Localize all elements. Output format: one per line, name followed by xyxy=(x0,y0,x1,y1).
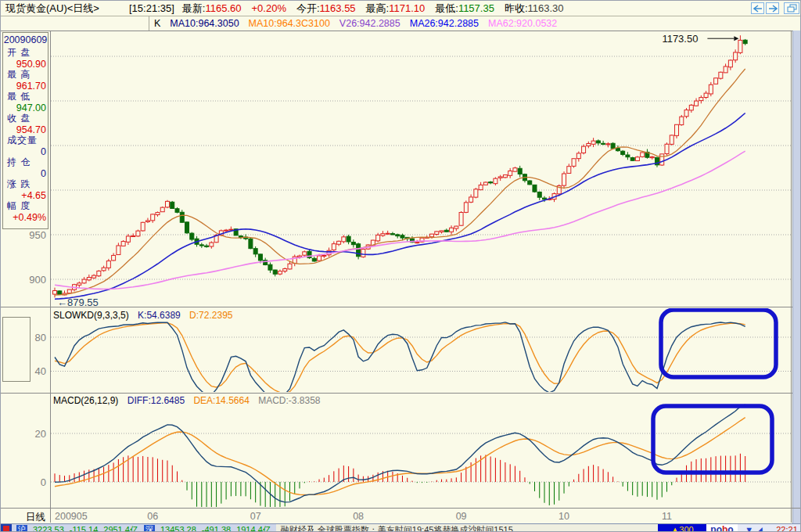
arrow-right-icon xyxy=(768,5,778,13)
status-app-icon[interactable] xyxy=(1,524,12,532)
ma62-line xyxy=(55,151,745,289)
info-row-low: 最 低947.00 xyxy=(3,90,48,112)
quote-time: [15:21:35] xyxy=(129,2,174,14)
indicator-ma62-value: MA62:920.0532 xyxy=(488,18,557,29)
red-square-icon xyxy=(3,526,9,532)
quote-high: 最高:1171.10 xyxy=(366,2,426,16)
forward-button[interactable] xyxy=(766,2,779,14)
sz-change: -491.38 xyxy=(202,524,231,532)
x-axis-tick: 09 xyxy=(456,511,467,522)
sh-change: -115.14 xyxy=(70,524,99,532)
instrument-title: 现货黄金(AU)<日线> xyxy=(5,2,129,16)
sz-volume: 1914.4亿 xyxy=(236,524,271,532)
ma10-line xyxy=(55,69,745,295)
back-button[interactable] xyxy=(751,2,764,14)
quote-change-pct: +0.20% xyxy=(251,2,286,14)
news-ticker[interactable]: 融财经及 全球股票指数：美东时间19:45将替换成沙时间1515 xyxy=(276,524,658,532)
highlight-box xyxy=(661,310,776,377)
high-annotation: 1173.50 xyxy=(662,33,698,45)
slowkd-k-value: K:54.6389 xyxy=(138,310,181,321)
slowkd-chart[interactable] xyxy=(51,308,791,392)
k-line xyxy=(55,322,745,392)
price-axis-label: 900 xyxy=(2,274,46,286)
x-axis-tick: 08 xyxy=(353,511,364,522)
main-price-chart[interactable]: 1173.50←879.55 xyxy=(51,31,791,307)
x-axis-tick: 07 xyxy=(250,511,261,522)
slowkd-d-value: D:72.2395 xyxy=(189,310,232,321)
candlesticks xyxy=(53,35,748,297)
info-row-change-pct: 幅 度+0.49% xyxy=(3,200,48,221)
indicator-bar: K MA10:964.3050 MA10:964.3C3100 V26:942.… xyxy=(1,16,801,31)
arrow-left-icon xyxy=(753,5,763,13)
info-row-change: 涨 跌+4.65 xyxy=(3,178,48,200)
status-tool-icons[interactable]: ▼◢ xyxy=(738,524,772,532)
slowkd-header: SLOWKD(9,3,3,5) K:54.6389 D:72.2395 xyxy=(53,310,239,321)
x-axis-tick: 06 xyxy=(147,511,158,522)
panel-separator-kd xyxy=(1,307,792,307)
status-clock: 22:21 xyxy=(772,524,801,532)
x-axis-tick: 10 xyxy=(559,511,569,522)
sz-index: 13453.28 xyxy=(160,524,196,532)
low-annotation: ←879.55 xyxy=(57,297,99,307)
counter-badge: ▲300 xyxy=(658,524,706,532)
diff-line xyxy=(55,404,745,502)
status-bar: 沪 3223.53 -115.14 2951.4亿 深 13453.28 -49… xyxy=(1,523,801,532)
sh-volume: 2951.4亿 xyxy=(103,524,138,532)
slowkd-name: SLOWKD(9,3,3,5) xyxy=(53,310,129,321)
app-window: 现货黄金(AU)<日线> [15:21:35] 最新:1165.60 +0.20… xyxy=(0,0,801,532)
quote-low: 最低:1157.35 xyxy=(435,2,494,16)
ohlc-info-panel: 20090609 开 盘950.90 最 高961.70 最 低947.00 收… xyxy=(2,32,48,229)
right-edge-strip xyxy=(792,31,801,523)
x-axis-tick: 11 xyxy=(662,511,672,522)
info-row-openinterest: 持 仓0 xyxy=(3,156,48,178)
indicator-ma26-value: MA26:942.2885 xyxy=(410,18,479,29)
quote-last: 最新:1165.60 xyxy=(182,2,242,16)
market-quotes: 沪 3223.53 -115.14 2951.4亿 深 13453.28 -49… xyxy=(12,524,276,532)
window-nav-buttons xyxy=(749,2,799,14)
indicator-ma10b-value: MA10:964.3C3100 xyxy=(249,18,330,29)
macd-axis-label: 20 xyxy=(2,428,46,440)
signal-icon[interactable]: ◢ xyxy=(756,525,764,532)
info-row-close: 收 盘954.70 xyxy=(3,112,48,134)
quote-prev-close: 昨收:1163.30 xyxy=(505,2,564,16)
info-row-high: 最 高961.70 xyxy=(3,68,48,90)
sh-index: 3223.53 xyxy=(33,524,64,532)
macd-name: MACD(26,12,9) xyxy=(53,395,118,406)
indicator-ma10-value: MA10:964.3050 xyxy=(170,18,239,29)
macd-histogram xyxy=(55,454,745,507)
shanghai-market-icon: 沪 xyxy=(16,525,27,532)
funnel-icon[interactable]: ▼ xyxy=(745,525,756,532)
macd-axis-label: 0 xyxy=(2,476,46,488)
indicator-bar-divider xyxy=(1,16,149,31)
restore-window-button[interactable] xyxy=(784,2,799,14)
macd-macd-value: MACD:-3.8358 xyxy=(258,395,320,406)
shenzhen-market-icon: 深 xyxy=(144,525,155,532)
bar-date: 20090609 xyxy=(3,33,48,46)
kd-axis-label: 80 xyxy=(2,332,46,343)
ma26-line xyxy=(55,113,745,300)
title-bar: 现货黄金(AU)<日线> [15:21:35] 最新:1165.60 +0.20… xyxy=(1,1,801,16)
indicator-v26-value: V26:942.2885 xyxy=(339,18,400,29)
macd-diff-value: DIFF:12.6485 xyxy=(128,395,185,406)
macd-header: MACD(26,12,9) DIFF:12.6485 DEA:14.5664 M… xyxy=(53,395,327,406)
quote-open: 今开:1163.55 xyxy=(296,2,356,16)
kd-axis-label: 40 xyxy=(2,365,46,377)
indicator-k-label: K xyxy=(154,18,160,29)
chart-right-frame xyxy=(791,31,792,523)
price-axis-label: 950 xyxy=(2,229,46,241)
x-axis: 日线 200905060708091011 xyxy=(1,508,801,524)
x-axis-tick: 200905 xyxy=(55,511,88,522)
macd-dea-value: DEA:14.5664 xyxy=(193,395,249,406)
period-label[interactable]: 日线 xyxy=(1,511,45,524)
macd-chart[interactable] xyxy=(51,394,791,507)
restore-window-icon xyxy=(787,4,797,13)
info-row-volume: 成交量0 xyxy=(3,134,48,156)
pobo-logo[interactable]: pobo xyxy=(706,524,738,532)
info-row-open: 开 盘950.90 xyxy=(3,46,48,68)
